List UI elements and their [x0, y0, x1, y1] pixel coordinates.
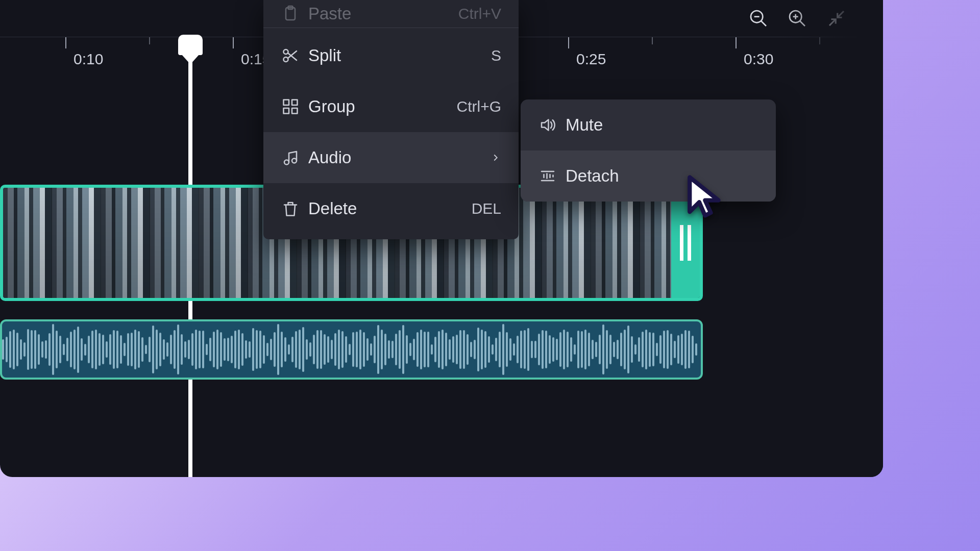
- speaker-icon: [534, 116, 561, 134]
- music-icon: [277, 148, 304, 167]
- menu-item-paste[interactable]: PasteCtrl+V: [263, 0, 519, 28]
- ruler-tick-label: 0:25: [576, 51, 606, 68]
- menu-item-label: Mute: [561, 115, 758, 135]
- svg-rect-16: [292, 108, 298, 114]
- menu-item-shortcut: S: [491, 47, 501, 64]
- menu-item-label: Audio: [304, 148, 490, 167]
- ruler-tick: 0:10: [65, 37, 66, 48]
- menu-item-shortcut: Ctrl+G: [456, 98, 501, 115]
- submenu-item-detach[interactable]: Detach: [521, 151, 776, 202]
- playhead-handle[interactable]: [178, 35, 203, 55]
- menu-item-delete[interactable]: DeleteDEL: [263, 183, 519, 234]
- svg-rect-14: [292, 100, 298, 106]
- svg-rect-15: [284, 108, 289, 114]
- clip-thumbnail: [52, 188, 101, 298]
- svg-point-18: [292, 159, 297, 163]
- trash-icon: [277, 199, 304, 218]
- ruler-tick-label: 0:10: [74, 51, 103, 68]
- menu-item-label: Paste: [304, 4, 458, 23]
- svg-line-4: [800, 21, 805, 26]
- mouse-cursor: [684, 173, 730, 219]
- clip-thumbnail: [101, 188, 150, 298]
- chevron-right-icon: [490, 148, 501, 167]
- paste-icon: [277, 5, 304, 23]
- clip-thumbnail: [542, 188, 591, 298]
- menu-item-group[interactable]: GroupCtrl+G: [263, 81, 519, 132]
- scissors-icon: [277, 46, 304, 65]
- audio-clip[interactable]: [0, 319, 703, 380]
- menu-item-split[interactable]: SplitS: [263, 30, 519, 81]
- menu-item-label: Delete: [304, 199, 472, 218]
- submenu-item-mute[interactable]: Mute: [521, 99, 776, 151]
- audio-submenu: MuteDetach: [521, 99, 776, 202]
- ruler-tick: 0:15: [233, 37, 234, 48]
- detach-icon: [534, 167, 561, 185]
- context-menu: PasteCtrl+VSplitSGroupCtrl+GAudioDeleteD…: [263, 0, 519, 239]
- timeline-panel: 0:100:150:250:30 PasteCtrl+VSplitSGroupC…: [0, 0, 883, 477]
- ruler-tick: 0:30: [736, 37, 737, 48]
- clip-thumbnail: [3, 188, 52, 298]
- svg-point-17: [284, 160, 289, 165]
- zoom-in-icon[interactable]: [787, 8, 807, 29]
- svg-line-1: [761, 21, 766, 26]
- group-icon: [277, 97, 304, 116]
- ruler-tick: 0:25: [568, 37, 569, 48]
- menu-item-label: Split: [304, 46, 491, 65]
- menu-item-shortcut: Ctrl+V: [458, 5, 501, 22]
- clip-thumbnail: [591, 188, 640, 298]
- collapse-icon[interactable]: [826, 8, 847, 29]
- svg-rect-13: [284, 100, 289, 106]
- zoom-out-icon[interactable]: [748, 8, 769, 29]
- clip-thumbnail: [199, 188, 248, 298]
- ruler-tick-label: 0:30: [744, 51, 773, 68]
- menu-item-label: Group: [304, 97, 456, 116]
- clip-thumbnail: [150, 188, 199, 298]
- menu-item-audio[interactable]: Audio: [263, 132, 519, 183]
- menu-item-shortcut: DEL: [472, 200, 501, 217]
